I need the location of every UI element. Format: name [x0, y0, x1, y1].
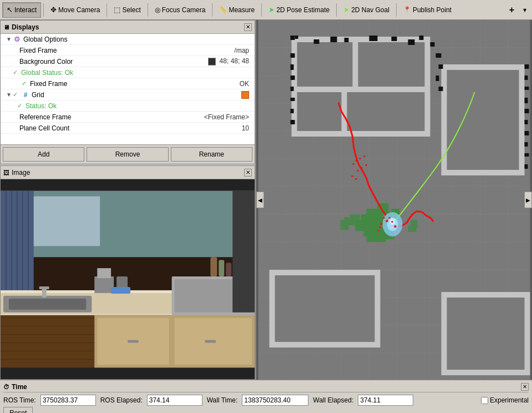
map-canvas[interactable] — [256, 20, 532, 380]
tree-row-grid[interactable]: ▼ ✓ # Grid — [1, 89, 255, 100]
pose-estimate-label: 2D Pose Estimate — [276, 6, 330, 14]
fixed-frame-label: Fixed Frame — [19, 47, 234, 54]
svg-rect-93 — [525, 75, 528, 80]
experimental-checkbox[interactable] — [481, 397, 488, 404]
svg-rect-78 — [408, 39, 415, 45]
sep-7 — [396, 3, 397, 17]
publish-point-button[interactable]: 📍 Publish Point — [399, 2, 456, 18]
svg-rect-99 — [525, 142, 528, 147]
sep-1 — [43, 3, 44, 17]
panel-collapse-left-arrow[interactable]: ◀ — [256, 192, 264, 208]
svg-rect-94 — [525, 87, 529, 90]
svg-rect-131 — [386, 220, 388, 222]
svg-rect-37 — [232, 191, 255, 313]
move-camera-button[interactable]: ✥ Move Camera — [46, 2, 104, 18]
tree-row-global-status[interactable]: ✓ Global Status: Ok — [1, 67, 255, 78]
svg-rect-22 — [94, 276, 114, 293]
tree-row-grid-status[interactable]: ✓ Status: Ok — [1, 100, 255, 112]
svg-rect-135 — [392, 221, 393, 223]
cursor-icon: ↖ — [7, 6, 13, 14]
reset-button[interactable]: Reset — [3, 407, 33, 413]
select-label: Select — [122, 6, 140, 14]
rename-display-button[interactable]: Rename — [171, 147, 252, 162]
grid-expand-arrow[interactable]: ▼ — [6, 92, 13, 98]
svg-rect-19 — [9, 299, 86, 310]
add-tool-button[interactable]: + — [506, 2, 518, 18]
measure-icon: 📏 — [219, 6, 227, 13]
add-display-button[interactable]: Add — [3, 147, 84, 162]
tree-row-bg-color[interactable]: Background Color 48; 48; 48 — [1, 56, 255, 67]
time-title: Time — [12, 383, 27, 391]
sep-5 — [261, 3, 262, 17]
nav-icon: ➤ — [343, 6, 349, 14]
image-panel: 🖼 Image ✕ — [0, 165, 255, 380]
svg-rect-66 — [447, 70, 519, 170]
svg-rect-91 — [439, 87, 443, 91]
grid-icon: # — [21, 90, 30, 99]
grid-status-check-icon: ✓ — [17, 102, 25, 109]
wall-elapsed-input[interactable] — [358, 395, 413, 406]
wall-time-input[interactable] — [242, 395, 308, 406]
time-fields-row: ROS Time: ROS Elapsed: Wall Time: Wall E… — [3, 395, 529, 406]
ros-time-input[interactable] — [40, 395, 96, 406]
svg-rect-36 — [226, 263, 231, 276]
expand-arrow[interactable]: ▼ — [6, 36, 13, 42]
svg-rect-85 — [291, 109, 294, 113]
displays-title: Displays — [12, 23, 39, 31]
svg-rect-86 — [291, 120, 295, 124]
svg-rect-100 — [525, 153, 529, 157]
svg-rect-84 — [291, 98, 295, 101]
focus-icon: ◎ — [155, 6, 160, 14]
options-button[interactable]: ▾ — [520, 2, 530, 18]
svg-rect-31 — [205, 340, 216, 343]
svg-rect-98 — [525, 131, 529, 135]
tree-row-ref-frame[interactable]: Reference Frame <Fixed Frame> — [1, 112, 255, 123]
move-camera-label: Move Camera — [58, 6, 100, 14]
svg-rect-136 — [379, 226, 381, 228]
image-close-button[interactable]: ✕ — [244, 169, 252, 177]
tree-row-global-options[interactable]: ▼ ⚙ Global Options — [1, 34, 255, 45]
ref-frame-label: Reference Frame — [19, 113, 204, 121]
globe-icon: ⚙ — [13, 35, 22, 44]
fixed-frame-value: /map — [234, 47, 254, 54]
remove-display-button[interactable]: Remove — [87, 147, 168, 162]
global-status-label: Global Status: Ok — [21, 69, 254, 77]
time-close-button[interactable]: ✕ — [521, 383, 529, 391]
map-svg — [256, 20, 532, 380]
svg-rect-89 — [439, 64, 443, 69]
pose-estimate-button[interactable]: ➤ 2D Pose Estimate — [264, 2, 334, 18]
select-button[interactable]: ⬚ Select — [109, 2, 145, 18]
ros-elapsed-input[interactable] — [147, 395, 202, 406]
svg-rect-96 — [525, 109, 529, 113]
tree-row-plane-cell[interactable]: Plane Cell Count 10 — [1, 123, 255, 134]
plane-cell-value: 10 — [242, 124, 254, 132]
svg-rect-72 — [295, 36, 298, 39]
time-title-area: ⏱ Time — [3, 383, 27, 391]
experimental-wrap: Experimental — [481, 396, 529, 404]
time-bar: ⏱ Time ✕ ROS Time: ROS Elapsed: Wall Tim… — [0, 380, 532, 413]
sep-2 — [107, 3, 107, 17]
svg-rect-92 — [525, 64, 529, 69]
image-title-area: 🖼 Image — [3, 169, 30, 177]
svg-rect-122 — [356, 178, 357, 180]
displays-tree[interactable]: ▼ ⚙ Global Options Fixed Frame /map Back… — [1, 34, 255, 145]
svg-rect-128 — [350, 214, 360, 221]
svg-rect-113 — [367, 234, 386, 242]
experimental-label: Experimental — [490, 396, 529, 404]
displays-close-button[interactable]: ✕ — [244, 23, 252, 31]
image-header: 🖼 Image ✕ — [1, 166, 255, 179]
panel-collapse-right-arrow[interactable]: ▶ — [524, 192, 532, 208]
svg-rect-64 — [347, 92, 425, 131]
nav-goal-button[interactable]: ➤ 2D Nav Goal — [339, 2, 394, 18]
svg-rect-81 — [291, 64, 294, 70]
focus-camera-button[interactable]: ◎ Focus Camera — [150, 2, 210, 18]
display-icon: 🖥 — [3, 24, 9, 31]
svg-rect-73 — [314, 39, 320, 44]
tree-row-fixed-frame[interactable]: Fixed Frame /map — [1, 45, 255, 56]
measure-button[interactable]: 📏 Measure — [215, 2, 259, 18]
tree-row-fixed-frame-status[interactable]: ✓ Fixed Frame OK — [1, 78, 255, 89]
image-title: Image — [12, 169, 30, 177]
grid-enable-checkbox[interactable] — [241, 91, 249, 99]
interact-button[interactable]: ↖ Interact — [2, 2, 41, 18]
plus-icon: + — [509, 6, 514, 14]
